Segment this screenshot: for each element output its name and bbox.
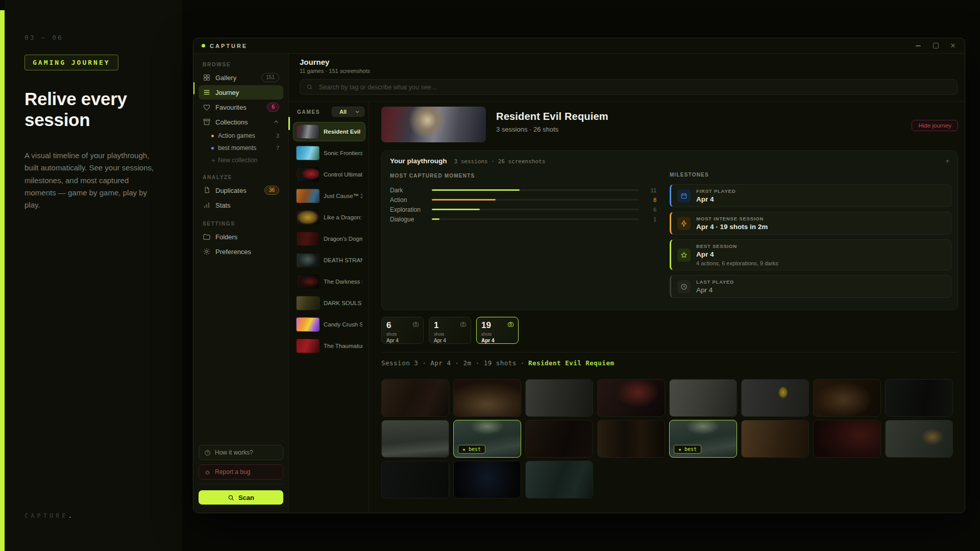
search-input[interactable] xyxy=(318,83,951,91)
screenshot-thumbnail-15[interactable] xyxy=(813,420,881,458)
sidebar-item-gallery[interactable]: Gallery151 xyxy=(199,70,283,85)
sidebar-item-label: Folders xyxy=(215,233,279,241)
game-item-dark-souls-iii[interactable]: DARK SOULS™ III xyxy=(293,293,365,313)
how-it-works-button[interactable]: How it works? xyxy=(199,445,283,460)
best-shot-badge: ★ best xyxy=(674,445,701,454)
collection-item-action-games[interactable]: Action games3 xyxy=(199,130,283,142)
screenshot-thumbnail-5[interactable] xyxy=(669,379,737,417)
game-item-the-darkness-ii[interactable]: The Darkness II xyxy=(293,272,365,291)
collection-dot-icon xyxy=(211,147,214,149)
sidebar-item-favourites[interactable]: Favourites6 xyxy=(199,100,283,114)
milestone-icon-box xyxy=(677,189,691,203)
game-item-like-a-dragon-i[interactable]: Like a Dragon: I... xyxy=(293,208,365,227)
session-card-3[interactable]: 19shotsApr 4 xyxy=(476,317,519,344)
screenshot-thumbnail-19[interactable] xyxy=(525,461,593,498)
collection-item-best-moments[interactable]: best moments7 xyxy=(199,142,283,154)
game-item-just-cause-3[interactable]: Just Cause™ 3 xyxy=(293,186,365,206)
gear-icon xyxy=(203,247,211,256)
collection-item-new-collection[interactable]: +New collection xyxy=(199,154,283,166)
session-date: Apr 4 xyxy=(434,338,466,343)
game-cover-image xyxy=(296,274,320,289)
moment-label: Exploration xyxy=(390,206,432,213)
screenshot-thumbnail-18[interactable] xyxy=(453,461,521,498)
count-badge: 36 xyxy=(264,186,279,195)
sidebar-item-stats[interactable]: Stats xyxy=(199,198,283,212)
scan-container: Scan xyxy=(199,484,283,505)
screenshot-thumbnail-1[interactable] xyxy=(381,379,449,417)
moment-value: 6 xyxy=(639,207,656,213)
stats-icon xyxy=(203,201,211,209)
screenshot-thumbnail-9[interactable] xyxy=(381,420,449,458)
playthrough-title: Your playthrough xyxy=(390,157,447,165)
count-badge: 151 xyxy=(261,73,279,82)
session-card-2[interactable]: 1shotsApr 4 xyxy=(429,317,471,344)
screenshot-thumbnail-6[interactable] xyxy=(741,379,809,417)
screenshot-thumbnail-14[interactable] xyxy=(741,420,809,458)
screenshot-thumbnail-16[interactable] xyxy=(885,420,953,458)
games-header: GAMES All xyxy=(297,107,364,117)
game-cover-image xyxy=(296,339,320,353)
box-icon xyxy=(203,118,211,126)
games-filter-select[interactable]: All xyxy=(332,107,364,117)
game-name: DARK SOULS™ III xyxy=(324,300,362,306)
game-item-control-ultimat[interactable]: Control Ultimat... xyxy=(293,165,365,184)
session-card-1[interactable]: 6shotsApr 4 xyxy=(381,317,424,344)
report-bug-button[interactable]: Report a bug xyxy=(199,464,283,480)
game-item-resident-evil-r[interactable]: Resident Evil R... xyxy=(293,122,365,141)
game-item-dragon-s-dogm[interactable]: Dragon's Dogm... xyxy=(293,229,365,248)
game-name: The Thaumatur... xyxy=(324,343,362,349)
moment-value: 1 xyxy=(639,216,656,222)
game-item-sonic-frontiers[interactable]: Sonic Frontiers xyxy=(293,143,365,163)
sidebar-item-preferences[interactable]: Preferences xyxy=(199,244,283,259)
session-date: Apr 4 xyxy=(481,338,513,343)
sidebar-section-analyze: ANALYZE xyxy=(203,174,283,180)
game-hero-image xyxy=(381,107,486,142)
screenshot-thumbnail-11[interactable] xyxy=(525,420,593,458)
session-meta-text: Session 3 · Apr 4 · 2m · 19 shots · xyxy=(381,359,525,367)
screenshot-thumbnail-17[interactable] xyxy=(381,461,449,498)
sidebar: BROWSE Gallery151JourneyFavourites6Colle… xyxy=(193,54,289,513)
screenshot-thumbnail-7[interactable] xyxy=(813,379,881,417)
session-shots-unit: shots xyxy=(386,332,419,337)
game-item-candy-crush-s[interactable]: Candy Crush S... xyxy=(293,315,365,334)
game-hero: Resident Evil Requiem 3 sessions · 26 sh… xyxy=(381,107,958,142)
sidebar-item-label: Preferences xyxy=(215,248,279,256)
game-name: Dragon's Dogm... xyxy=(324,236,362,242)
screenshot-thumbnail-12[interactable] xyxy=(597,420,665,458)
milestone-text: FIRST PLAYEDApr 4 xyxy=(696,188,736,203)
close-button[interactable]: ✕ xyxy=(949,42,957,49)
screenshot-thumbnail-2[interactable] xyxy=(453,379,521,417)
playthrough-panel: Your playthrough 3 sessions · 26 screens… xyxy=(381,151,958,310)
screenshot-thumbnail-3[interactable] xyxy=(525,379,593,417)
session-shots-unit: shots xyxy=(481,332,513,337)
screenshot-thumbnail-8[interactable] xyxy=(885,379,953,417)
sidebar-item-duplicates[interactable]: Duplicates36 xyxy=(199,183,283,197)
sidebar-item-label: Favourites xyxy=(215,104,262,111)
maximize-button[interactable] xyxy=(932,42,939,49)
screenshot-thumbnail-13[interactable]: ★ best xyxy=(669,420,737,458)
window-body: BROWSE Gallery151JourneyFavourites6Colle… xyxy=(193,54,965,513)
sidebar-item-collections[interactable]: Collections xyxy=(199,115,283,129)
sidebar-item-label: Collections xyxy=(215,118,268,126)
chevron-down-icon xyxy=(355,109,360,114)
game-item-death-strand[interactable]: DEATH STRAND... xyxy=(293,251,365,270)
session-date: Apr 4 xyxy=(386,338,419,343)
screenshot-thumbnail-10[interactable]: ★ best xyxy=(453,420,521,458)
hide-journey-button[interactable]: Hide journey xyxy=(912,120,958,131)
gaming-journey-badge: GAMING JOURNEY xyxy=(24,55,118,70)
collection-label: Action games xyxy=(218,132,255,139)
camera-icon xyxy=(507,321,514,328)
moment-value: 11 xyxy=(639,187,656,193)
panel-expand-button[interactable]: + xyxy=(945,157,949,165)
screenshot-thumbnail-4[interactable] xyxy=(597,379,665,417)
journey-detail: Resident Evil Requiem 3 sessions · 26 sh… xyxy=(369,102,965,513)
scan-button[interactable]: Scan xyxy=(199,490,283,505)
how-it-works-label: How it works? xyxy=(215,449,253,456)
game-item-the-thaumatur[interactable]: The Thaumatur... xyxy=(293,336,365,356)
milestone-icon-box xyxy=(677,280,691,293)
heart-icon xyxy=(203,103,211,111)
minimize-button[interactable] xyxy=(915,42,922,49)
help-icon xyxy=(204,449,211,456)
sidebar-item-folders[interactable]: Folders xyxy=(199,230,283,244)
sidebar-item-journey[interactable]: Journey xyxy=(199,85,283,99)
